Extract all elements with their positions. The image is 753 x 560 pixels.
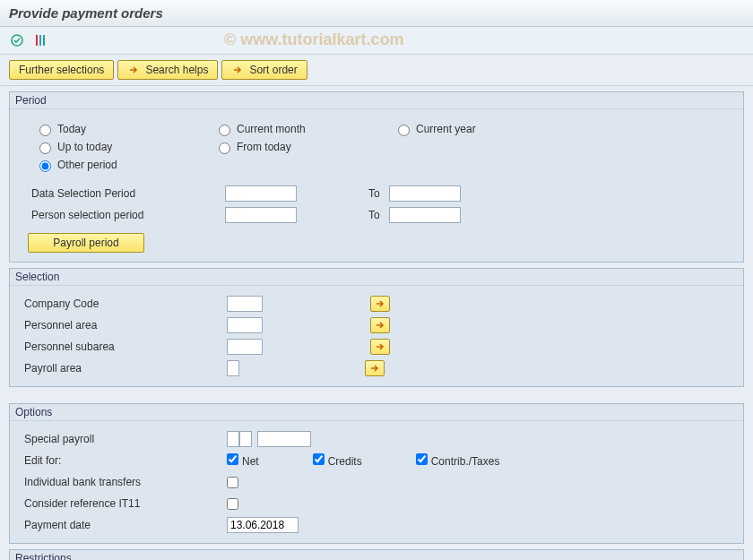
arrow-right-icon bbox=[231, 64, 244, 76]
sort-order-button[interactable]: Sort order bbox=[221, 60, 307, 80]
consider-ref-label: Consider reference IT11 bbox=[21, 495, 227, 512]
company-code-input[interactable] bbox=[227, 296, 263, 312]
arrow-right-icon bbox=[375, 298, 385, 309]
payroll-area-label: Payroll area bbox=[21, 360, 227, 376]
personnel-area-multi-button[interactable] bbox=[370, 317, 390, 333]
person-selection-from-input[interactable] bbox=[225, 207, 297, 223]
label: Search helps bbox=[145, 64, 208, 76]
personnel-subarea-input[interactable] bbox=[227, 339, 263, 355]
company-code-label: Company Code bbox=[21, 296, 227, 312]
payroll-area-multi-button[interactable] bbox=[365, 360, 385, 376]
arrow-right-icon bbox=[127, 64, 140, 76]
payroll-area-input[interactable] bbox=[227, 360, 239, 376]
special-payroll-input-3[interactable] bbox=[257, 431, 311, 447]
special-payroll-input-1[interactable] bbox=[227, 431, 239, 447]
net-checkbox[interactable]: Net bbox=[227, 453, 259, 468]
to-label: To bbox=[368, 187, 380, 200]
arrow-right-icon bbox=[375, 320, 385, 331]
svg-rect-1 bbox=[36, 35, 38, 46]
arrow-right-icon bbox=[369, 363, 380, 374]
further-selections-button[interactable]: Further selections bbox=[9, 60, 114, 80]
restrictions-group: Restrictions Recipient bbox=[9, 549, 744, 560]
special-payroll-label: Special payroll bbox=[21, 431, 227, 447]
data-selection-period-label: Data Selection Period bbox=[28, 185, 225, 202]
payment-date-input[interactable] bbox=[227, 517, 299, 533]
personnel-area-label: Personnel area bbox=[21, 317, 227, 333]
options-group: Options Special payroll Edit for: Net Cr… bbox=[9, 403, 744, 544]
data-selection-from-input[interactable] bbox=[225, 185, 297, 202]
label: Payroll period bbox=[53, 237, 118, 249]
radio-current-year[interactable]: Current year bbox=[394, 122, 519, 136]
svg-rect-3 bbox=[43, 35, 45, 46]
credits-checkbox[interactable]: Credits bbox=[313, 453, 362, 468]
data-selection-to-input[interactable] bbox=[389, 185, 461, 202]
restrictions-legend: Restrictions bbox=[10, 550, 743, 560]
label: Sort order bbox=[249, 64, 297, 76]
individual-transfers-checkbox[interactable] bbox=[227, 477, 238, 488]
execute-icon[interactable] bbox=[9, 32, 25, 48]
radio-current-month[interactable]: Current month bbox=[214, 122, 340, 136]
svg-rect-2 bbox=[39, 35, 41, 46]
personnel-area-input[interactable] bbox=[227, 317, 263, 333]
person-selection-to-input[interactable] bbox=[389, 207, 461, 223]
period-group: Period Today Current month Current year … bbox=[9, 91, 744, 263]
company-code-multi-button[interactable] bbox=[370, 296, 390, 312]
app-toolbar bbox=[0, 27, 753, 55]
selection-group: Selection Company Code Personnel area Pe… bbox=[9, 268, 744, 387]
radio-other-period[interactable]: Other period bbox=[35, 158, 160, 172]
selection-toolbar: Further selections Search helps Sort ord… bbox=[0, 55, 753, 86]
page-title: Provide payment orders bbox=[0, 0, 753, 27]
period-legend: Period bbox=[10, 92, 743, 109]
options-legend: Options bbox=[10, 404, 743, 421]
radio-today[interactable]: Today bbox=[35, 122, 160, 136]
payroll-period-button[interactable]: Payroll period bbox=[28, 233, 144, 253]
selection-legend: Selection bbox=[10, 269, 743, 286]
personnel-subarea-label: Personnel subarea bbox=[21, 339, 227, 355]
variant-icon[interactable] bbox=[32, 32, 48, 48]
individual-transfers-label: Individual bank transfers bbox=[21, 474, 227, 490]
search-helps-button[interactable]: Search helps bbox=[117, 60, 218, 80]
consider-ref-checkbox[interactable] bbox=[227, 498, 238, 510]
label: Further selections bbox=[19, 64, 104, 76]
person-selection-period-label: Person selection period bbox=[28, 207, 225, 223]
edit-for-label: Edit for: bbox=[21, 452, 227, 469]
arrow-right-icon bbox=[375, 341, 385, 352]
to-label: To bbox=[368, 209, 380, 221]
payment-date-label: Payment date bbox=[21, 517, 227, 533]
contrib-taxes-checkbox[interactable]: Contrib./Taxes bbox=[416, 453, 500, 468]
radio-from-today[interactable]: From today bbox=[214, 140, 340, 154]
personnel-subarea-multi-button[interactable] bbox=[370, 339, 390, 355]
special-payroll-input-2[interactable] bbox=[239, 431, 252, 447]
radio-up-to-today[interactable]: Up to today bbox=[35, 140, 160, 154]
